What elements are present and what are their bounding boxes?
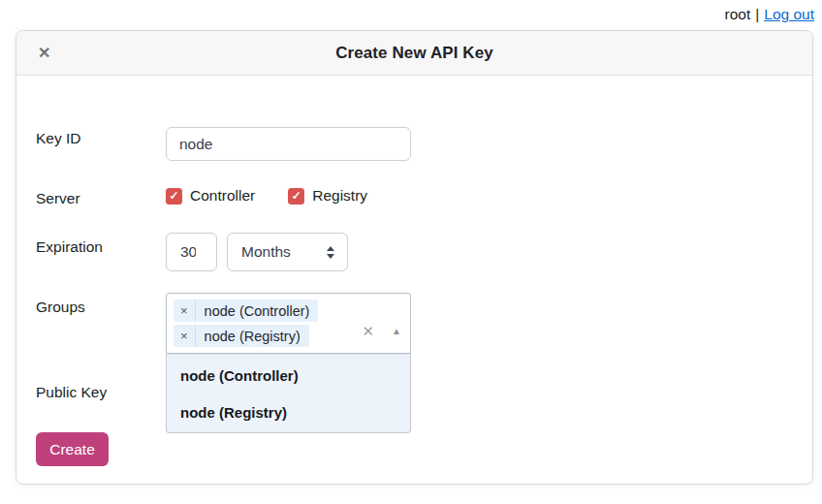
logout-link[interactable]: Log out — [764, 6, 814, 23]
expiration-label: Expiration — [36, 238, 103, 256]
groups-dropdown-menu: node (Controller) node (Registry) — [166, 354, 411, 433]
username: root — [725, 6, 751, 23]
checkbox-checked-icon: ✓ — [166, 188, 182, 205]
tag-label: node (Registry) — [196, 329, 309, 344]
tag-remove-icon[interactable]: × — [174, 299, 196, 322]
key-id-input[interactable] — [166, 127, 411, 161]
checkbox-registry[interactable]: ✓ Registry — [288, 187, 367, 205]
groups-multiselect-control[interactable]: × node (Controller) × node (Registry) — [166, 293, 411, 354]
checkbox-controller[interactable]: ✓ Controller — [166, 187, 255, 205]
separator: | — [755, 6, 759, 23]
expiration-unit-value: Months — [241, 243, 291, 261]
selected-tag: × node (Registry) — [174, 325, 309, 347]
server-checkbox-group: ✓ Controller ✓ Registry — [166, 187, 367, 205]
selected-tag: × node (Controller) — [174, 299, 318, 322]
create-api-key-modal: ✕ Create New API Key Key ID Server ✓ Con… — [16, 30, 813, 485]
modal-header: ✕ Create New API Key — [16, 31, 812, 76]
public-key-label: Public Key — [36, 384, 107, 401]
select-caret-icon — [327, 246, 334, 259]
create-button[interactable]: Create — [36, 432, 109, 466]
groups-collapse-icon[interactable]: ▲ — [392, 327, 401, 336]
expiration-unit-select[interactable]: Months — [227, 233, 348, 271]
dropdown-option[interactable]: node (Controller) — [167, 357, 410, 394]
dropdown-option[interactable]: node (Registry) — [167, 394, 410, 430]
checkbox-controller-label: Controller — [190, 187, 255, 205]
modal-title: Create New API Key — [335, 44, 493, 63]
user-session-bar: root | Log out — [725, 6, 814, 23]
checkbox-checked-icon: ✓ — [288, 188, 304, 205]
server-label: Server — [36, 190, 80, 207]
groups-label: Groups — [36, 299, 85, 316]
tag-label: node (Controller) — [196, 303, 319, 319]
tag-remove-icon[interactable]: × — [174, 325, 196, 347]
key-id-label: Key ID — [36, 130, 81, 147]
checkbox-registry-label: Registry — [312, 187, 367, 205]
close-icon[interactable]: ✕ — [38, 46, 50, 61]
groups-clear-icon[interactable]: ✕ — [362, 324, 374, 338]
expiration-value-input[interactable] — [166, 233, 217, 271]
